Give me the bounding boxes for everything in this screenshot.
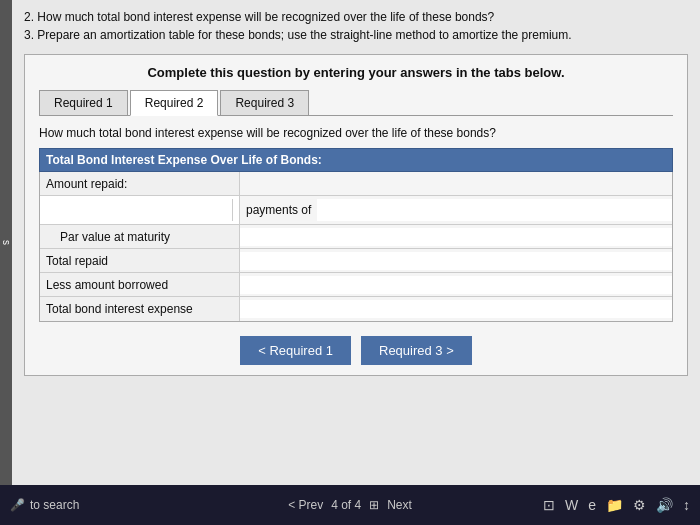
table-row-payments: payments of [40,196,672,225]
less-amount-input-area [240,273,672,296]
table-row-less-amount: Less amount borrowed [40,273,672,297]
taskbar-icons: ⊡ W e 📁 ⚙ 🔊 ↕ [543,497,690,513]
left-margin: s [0,0,12,485]
taskbar-pagination: < Prev 4 of 4 ⊞ Next [288,498,412,512]
next-required-button[interactable]: Required 3 > [361,336,472,365]
taskbar: 🎤 to search < Prev 4 of 4 ⊞ Next ⊡ W e 📁… [0,485,700,525]
table-header: Total Bond Interest Expense Over Life of… [39,148,673,172]
table-row-total-interest: Total bond interest expense [40,297,672,321]
mic-icon: 🎤 [10,498,25,512]
complete-box: Complete this question by entering your … [24,54,688,376]
tab-required-3[interactable]: Required 3 [220,90,309,115]
total-repaid-input-area [240,249,672,272]
grid-icon: ⊞ [369,498,379,512]
taskbar-icon-3: e [588,497,596,513]
total-interest-input-area [240,297,672,321]
payments-amount-input[interactable] [317,199,672,221]
nav-buttons: < Required 1 Required 3 > [39,336,673,365]
payments-count-input[interactable] [46,199,233,221]
taskbar-icon-1: ⊡ [543,497,555,513]
taskbar-icon-7: ↕ [683,497,690,513]
table-row-total-repaid: Total repaid [40,249,672,273]
tab-required-1[interactable]: Required 1 [39,90,128,115]
margin-indicator: s [1,240,12,245]
table-container: Amount repaid: payments of Par value at … [39,172,673,322]
tabs-row: Required 1 Required 2 Required 3 [39,90,673,116]
row-label-par-value: Par value at maturity [40,225,240,248]
row-label-payments [40,196,240,224]
total-repaid-input[interactable] [240,252,672,270]
row-label-amount-repaid: Amount repaid: [40,172,240,195]
row-label-total-repaid: Total repaid [40,249,240,272]
header-questions: 2. How much total bond interest expense … [24,8,688,44]
total-interest-input[interactable] [240,300,672,318]
table-row: Amount repaid: [40,172,672,196]
question-text: How much total bond interest expense wil… [39,126,673,140]
tab-required-2[interactable]: Required 2 [130,90,219,116]
less-amount-input[interactable] [240,276,672,294]
table-row-par-value: Par value at maturity [40,225,672,249]
row-label-less-amount: Less amount borrowed [40,273,240,296]
taskbar-icon-5: ⚙ [633,497,646,513]
par-value-input-area [240,225,672,248]
page-indicator: 4 of 4 [331,498,361,512]
question-3: 3. Prepare an amortization table for the… [24,26,688,44]
row-input-area [240,172,672,195]
table-section: Total Bond Interest Expense Over Life of… [39,148,673,322]
search-area: 🎤 to search [10,498,79,512]
search-label: to search [30,498,79,512]
par-value-input[interactable] [240,228,672,246]
taskbar-icon-4: 📁 [606,497,623,513]
next-page-button[interactable]: Next [387,498,412,512]
payments-sublabel-area: payments of [240,196,672,224]
main-content: 2. How much total bond interest expense … [12,0,700,485]
complete-instruction: Complete this question by entering your … [39,65,673,80]
taskbar-icon-2: W [565,497,578,513]
taskbar-icon-6: 🔊 [656,497,673,513]
row-label-total-interest: Total bond interest expense [40,297,240,321]
prev-required-button[interactable]: < Required 1 [240,336,351,365]
prev-page-button[interactable]: < Prev [288,498,323,512]
payments-of-label: payments of [240,203,317,217]
question-2: 2. How much total bond interest expense … [24,8,688,26]
